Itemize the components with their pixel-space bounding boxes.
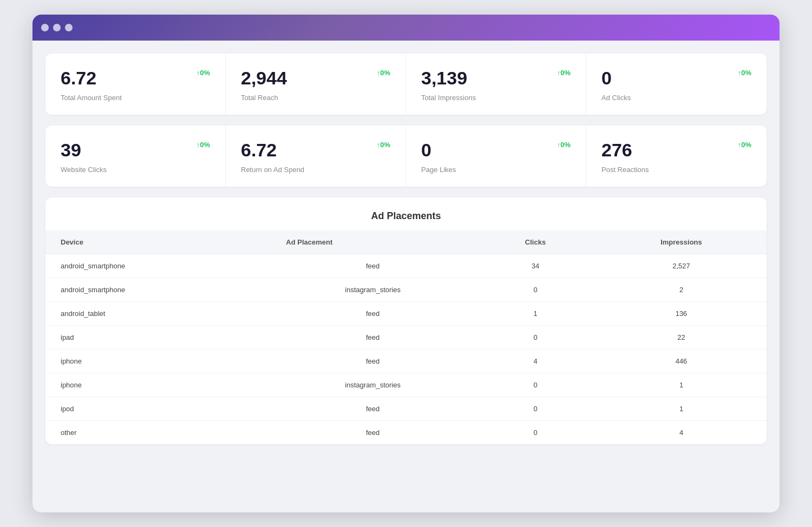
- ad-placements-section: Ad Placements DeviceAd PlacementClicksIm…: [45, 197, 767, 444]
- metric-change-total-amount-spent: ↑0%: [197, 69, 210, 77]
- table-header-impressions: Impressions: [596, 230, 767, 254]
- cell-device: other: [45, 421, 271, 445]
- window-dot-3[interactable]: [65, 24, 73, 31]
- metric-label-return-on-ad-spend: Return on Ad Spend: [241, 166, 390, 174]
- metric-top-total-amount-spent: 6.72 ↑0%: [61, 69, 210, 87]
- metric-top-post-reactions: 276 ↑0%: [601, 141, 751, 159]
- cell-clicks: 34: [475, 254, 596, 278]
- table-header-device: Device: [45, 230, 271, 254]
- metric-top-total-reach: 2,944 ↑0%: [241, 69, 390, 87]
- cell-clicks: 1: [475, 302, 596, 326]
- metric-card-return-on-ad-spend: 6.72 ↑0% Return on Ad Spend: [226, 126, 406, 187]
- table-header-row: DeviceAd PlacementClicksImpressions: [45, 230, 767, 254]
- cell-device: android_tablet: [45, 302, 271, 326]
- table-row: android_smartphone instagram_stories 0 2: [45, 278, 767, 302]
- metric-card-page-likes: 0 ↑0% Page Likes: [406, 126, 586, 187]
- metric-card-total-reach: 2,944 ↑0% Total Reach: [226, 54, 406, 115]
- metric-label-page-likes: Page Likes: [421, 166, 571, 174]
- metric-value-page-likes: 0: [421, 141, 431, 159]
- titlebar: [32, 15, 780, 41]
- ad-placements-title: Ad Placements: [45, 197, 767, 230]
- metric-change-total-impressions: ↑0%: [557, 69, 571, 77]
- cell-device: iphone: [45, 350, 271, 373]
- metric-change-total-reach: ↑0%: [377, 69, 390, 77]
- metric-card-website-clicks: 39 ↑0% Website Clicks: [45, 126, 226, 187]
- metric-value-total-impressions: 3,139: [421, 69, 467, 87]
- metric-value-website-clicks: 39: [61, 141, 81, 159]
- table-header-ad-placement: Ad Placement: [271, 230, 475, 254]
- metric-value-return-on-ad-spend: 6.72: [241, 141, 277, 159]
- cell-placement: feed: [271, 350, 475, 373]
- cell-placement: instagram_stories: [271, 373, 475, 397]
- cell-clicks: 0: [475, 326, 596, 350]
- table-row: ipad feed 0 22: [45, 326, 767, 350]
- cell-impressions: 2,527: [596, 254, 767, 278]
- metric-value-ad-clicks: 0: [601, 69, 612, 87]
- cell-impressions: 1: [596, 373, 767, 397]
- cell-impressions: 446: [596, 350, 767, 373]
- metric-label-total-impressions: Total Impressions: [421, 94, 571, 102]
- cell-impressions: 136: [596, 302, 767, 326]
- table-row: iphone instagram_stories 0 1: [45, 373, 767, 397]
- table-row: iphone feed 4 446: [45, 350, 767, 373]
- metric-label-post-reactions: Post Reactions: [601, 166, 751, 174]
- metric-change-post-reactions: ↑0%: [738, 141, 751, 149]
- cell-placement: feed: [271, 302, 475, 326]
- cell-clicks: 0: [475, 278, 596, 302]
- cell-clicks: 0: [475, 421, 596, 445]
- cell-placement: feed: [271, 254, 475, 278]
- metric-top-ad-clicks: 0 ↑0%: [601, 69, 751, 87]
- cell-impressions: 4: [596, 421, 767, 445]
- metric-value-total-amount-spent: 6.72: [61, 69, 96, 87]
- cell-device: ipod: [45, 397, 271, 421]
- metric-top-return-on-ad-spend: 6.72 ↑0%: [241, 141, 390, 159]
- metric-card-total-amount-spent: 6.72 ↑0% Total Amount Spent: [45, 54, 226, 115]
- metric-change-return-on-ad-spend: ↑0%: [377, 141, 390, 149]
- metric-change-website-clicks: ↑0%: [197, 141, 210, 149]
- metric-top-website-clicks: 39 ↑0%: [61, 141, 210, 159]
- metric-card-ad-clicks: 0 ↑0% Ad Clicks: [586, 54, 767, 115]
- metrics-row-1: 6.72 ↑0% Total Amount Spent 2,944 ↑0% To…: [45, 54, 767, 115]
- cell-clicks: 0: [475, 397, 596, 421]
- cell-placement: feed: [271, 421, 475, 445]
- metric-top-page-likes: 0 ↑0%: [421, 141, 571, 159]
- cell-impressions: 22: [596, 326, 767, 350]
- metric-label-website-clicks: Website Clicks: [61, 166, 210, 174]
- window-dot-1[interactable]: [41, 24, 49, 31]
- metric-card-post-reactions: 276 ↑0% Post Reactions: [586, 126, 767, 187]
- metric-label-ad-clicks: Ad Clicks: [601, 94, 751, 102]
- table-row: other feed 0 4: [45, 421, 767, 445]
- main-content: 6.72 ↑0% Total Amount Spent 2,944 ↑0% To…: [32, 41, 780, 457]
- metric-value-post-reactions: 276: [601, 141, 632, 159]
- table-row: android_tablet feed 1 136: [45, 302, 767, 326]
- metric-change-ad-clicks: ↑0%: [738, 69, 751, 77]
- cell-clicks: 0: [475, 373, 596, 397]
- ad-placements-table: DeviceAd PlacementClicksImpressions andr…: [45, 230, 767, 444]
- window-dot-2[interactable]: [53, 24, 61, 31]
- metrics-row-2: 39 ↑0% Website Clicks 6.72 ↑0% Return on…: [45, 126, 767, 187]
- cell-device: iphone: [45, 373, 271, 397]
- cell-placement: instagram_stories: [271, 278, 475, 302]
- table-row: android_smartphone feed 34 2,527: [45, 254, 767, 278]
- cell-device: android_smartphone: [45, 254, 271, 278]
- metric-label-total-amount-spent: Total Amount Spent: [61, 94, 210, 102]
- metric-card-total-impressions: 3,139 ↑0% Total Impressions: [406, 54, 586, 115]
- cell-device: ipad: [45, 326, 271, 350]
- cell-clicks: 4: [475, 350, 596, 373]
- metric-top-total-impressions: 3,139 ↑0%: [421, 69, 571, 87]
- metric-label-total-reach: Total Reach: [241, 94, 390, 102]
- cell-device: android_smartphone: [45, 278, 271, 302]
- cell-impressions: 1: [596, 397, 767, 421]
- metric-change-page-likes: ↑0%: [557, 141, 571, 149]
- app-window: 6.72 ↑0% Total Amount Spent 2,944 ↑0% To…: [32, 15, 780, 512]
- cell-placement: feed: [271, 397, 475, 421]
- table-header-clicks: Clicks: [475, 230, 596, 254]
- metric-value-total-reach: 2,944: [241, 69, 287, 87]
- table-row: ipod feed 0 1: [45, 397, 767, 421]
- cell-impressions: 2: [596, 278, 767, 302]
- cell-placement: feed: [271, 326, 475, 350]
- table-body: android_smartphone feed 34 2,527 android…: [45, 254, 767, 445]
